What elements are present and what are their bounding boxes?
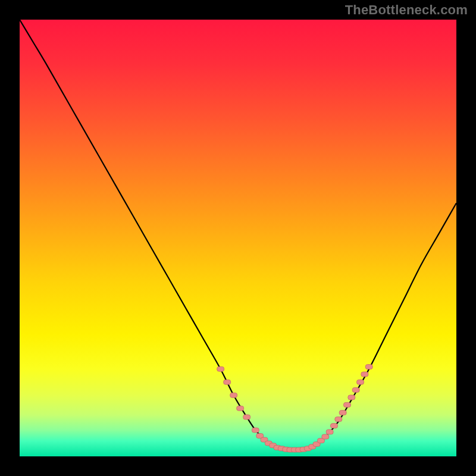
curve-marker <box>230 393 237 397</box>
gradient-background <box>20 20 456 456</box>
curve-marker <box>243 415 250 419</box>
curve-marker <box>357 380 364 384</box>
curve-marker <box>361 372 368 377</box>
watermark-text: TheBottleneck.com <box>345 2 468 18</box>
curve-marker <box>252 428 259 433</box>
curve-marker <box>224 380 231 384</box>
curve-marker <box>326 430 333 434</box>
curve-marker <box>335 417 342 422</box>
curve-marker <box>344 402 351 407</box>
plot-svg <box>20 20 456 456</box>
curve-marker <box>217 367 224 371</box>
curve-marker <box>365 365 372 369</box>
chart-stage: TheBottleneck.com <box>0 0 476 476</box>
curve-marker <box>330 424 337 428</box>
curve-marker <box>339 411 346 415</box>
curve-marker <box>237 406 244 411</box>
curve-marker <box>322 434 329 439</box>
curve-marker <box>348 395 355 400</box>
curve-marker <box>352 387 359 392</box>
plot-area <box>20 20 456 456</box>
